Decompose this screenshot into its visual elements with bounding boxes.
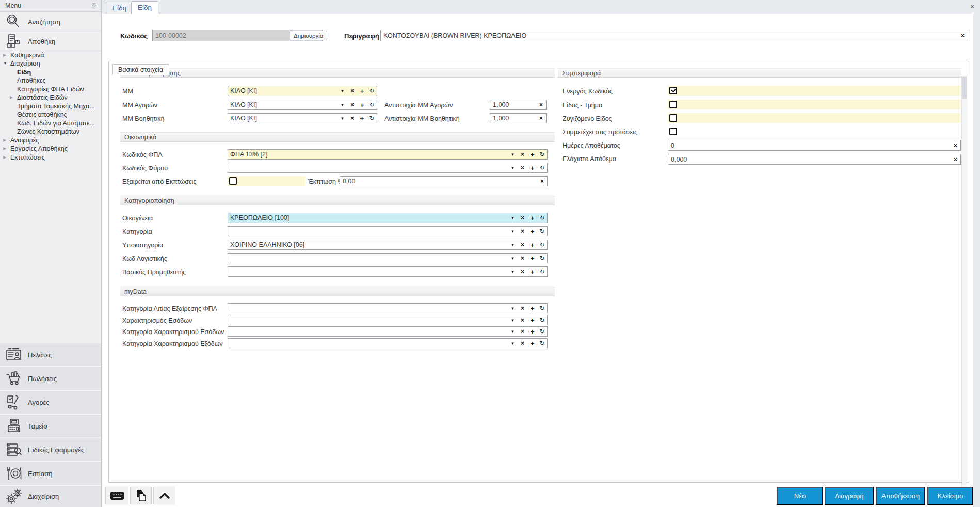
chevron-down-icon[interactable]: ▼ — [508, 270, 518, 274]
close-icon[interactable]: × — [969, 3, 976, 10]
sidebar-module-purchases[interactable]: Αγορές — [0, 390, 101, 414]
clear-icon[interactable]: × — [347, 115, 357, 122]
active-code-checkbox[interactable] — [669, 87, 677, 94]
close-button[interactable]: Κλείσιμο — [927, 487, 973, 505]
tree-node-store-zones[interactable]: Ζώνες Καταστημάτων — [17, 128, 79, 135]
refresh-icon[interactable]: ↻ — [367, 101, 377, 108]
pin-icon[interactable] — [91, 3, 97, 9]
sidebar-item-warehouse[interactable]: Αποθήκη — [0, 32, 101, 51]
add-icon[interactable]: + — [527, 305, 537, 312]
scrollbar-thumb[interactable] — [962, 77, 967, 99]
mm-combobox[interactable]: ΚΙΛΟ [ΚΙ] ▼ × + ↻ — [228, 86, 377, 96]
new-button[interactable]: Νέο — [777, 487, 823, 505]
add-icon[interactable]: + — [357, 115, 367, 122]
add-icon[interactable]: + — [527, 164, 537, 172]
vertical-scrollbar[interactable] — [961, 76, 967, 496]
accounting-code-combobox[interactable]: ▼ × + ↻ — [228, 253, 548, 263]
refresh-icon[interactable]: ↻ — [537, 328, 547, 335]
chevron-down-icon[interactable]: ▼ — [508, 229, 518, 234]
refresh-icon[interactable]: ↻ — [537, 214, 547, 221]
clear-icon[interactable]: × — [951, 142, 960, 149]
document-tab-active[interactable]: Είδη — [131, 1, 158, 14]
excluded-discounts-checkbox[interactable] — [229, 177, 237, 185]
add-icon[interactable]: + — [527, 340, 537, 347]
stock-days-field[interactable]: 0 × — [668, 140, 961, 151]
item-department-checkbox[interactable] — [669, 101, 677, 108]
chevron-down-icon[interactable]: ▼ — [508, 243, 518, 247]
sidebar-module-restaurant[interactable]: Εστίαση — [0, 462, 101, 485]
delete-button[interactable]: Διαγραφή — [825, 487, 874, 505]
tree-node-storage-positions[interactable]: Θέσεις αποθήκης — [17, 111, 67, 118]
clear-icon[interactable]: × — [518, 328, 527, 335]
chevron-right-icon[interactable]: ▶ — [3, 146, 6, 151]
refresh-icon[interactable]: ↻ — [367, 87, 377, 94]
chevron-down-icon[interactable]: ▼ — [338, 89, 347, 93]
clear-icon[interactable]: × — [347, 101, 357, 108]
sidebar-module-customers[interactable]: Πελάτες — [0, 343, 101, 366]
tree-node-printouts[interactable]: ▶Εκτυπώσεις — [10, 154, 45, 161]
refresh-icon[interactable]: ↻ — [537, 316, 547, 324]
ratio-purchase-field[interactable]: 1,000 × — [490, 100, 547, 110]
refresh-icon[interactable]: ↻ — [537, 255, 547, 262]
clear-icon[interactable]: × — [537, 178, 547, 185]
refresh-icon[interactable]: ↻ — [537, 268, 547, 275]
clear-icon[interactable]: × — [536, 101, 546, 108]
sidebar-item-search[interactable]: Αναζήτηση — [0, 12, 101, 31]
clear-icon[interactable]: × — [518, 241, 527, 248]
tree-node-item-dimensions[interactable]: ▶Διαστάσεις Ειδών — [17, 94, 68, 101]
tax-code-combobox[interactable]: ▼ × + ↻ — [228, 163, 548, 173]
tree-node-auto-item-codes[interactable]: Κωδ. Ειδών για Αυτόματε... — [17, 120, 95, 127]
min-stock-field[interactable]: 0,000 × — [668, 154, 961, 165]
create-button[interactable]: Δημιουργία — [290, 31, 327, 40]
clear-icon[interactable]: × — [518, 255, 527, 262]
clear-icon[interactable]: × — [518, 228, 527, 235]
chevron-down-icon[interactable]: ▼ — [508, 341, 518, 346]
chevron-down-icon[interactable]: ▼ — [3, 61, 7, 66]
mm-purchase-combobox[interactable]: ΚΙΛΟ [ΚΙ] ▼ × + ↻ — [228, 100, 377, 110]
clear-icon[interactable]: × — [347, 87, 357, 94]
refresh-icon[interactable]: ↻ — [537, 228, 547, 235]
sidebar-module-cash[interactable]: Ταμείο — [0, 414, 101, 437]
income-class-category-combobox[interactable]: ▼ × + ↻ — [228, 326, 548, 337]
main-supplier-combobox[interactable]: ▼ × + ↻ — [228, 266, 548, 277]
clear-icon[interactable]: × — [518, 340, 527, 347]
keyboard-button[interactable] — [105, 487, 128, 504]
vat-exemption-combobox[interactable]: ▼ × + ↻ — [228, 303, 548, 313]
refresh-icon[interactable]: ↻ — [537, 340, 547, 347]
chevron-down-icon[interactable]: ▼ — [338, 103, 347, 107]
chevron-down-icon[interactable]: ▼ — [508, 306, 518, 311]
discount-field[interactable]: 0,00 × — [340, 176, 548, 186]
ratio-aux-field[interactable]: 1,000 × — [490, 113, 547, 123]
chevron-down-icon[interactable]: ▼ — [338, 116, 347, 121]
tree-node-warehouse-jobs[interactable]: ▶Εργασίες Αποθήκης — [10, 145, 68, 152]
chevron-right-icon[interactable]: ▶ — [3, 53, 6, 57]
subcategory-combobox[interactable]: ΧΟΙΡΙΝΟ ΕΛΛΗΝΙΚΟ [06] ▼ × + ↻ — [228, 240, 548, 250]
add-icon[interactable]: + — [527, 151, 537, 159]
chevron-right-icon[interactable]: ▶ — [3, 155, 6, 160]
clear-icon[interactable]: × — [518, 316, 527, 324]
chevron-down-icon[interactable]: ▼ — [508, 152, 518, 157]
clear-icon[interactable]: × — [958, 32, 968, 39]
add-icon[interactable]: + — [357, 87, 367, 95]
clear-icon[interactable]: × — [536, 115, 546, 122]
document-tab[interactable]: Είδη — [106, 2, 133, 14]
clear-icon[interactable]: × — [518, 214, 527, 221]
chevron-right-icon[interactable]: ▶ — [3, 138, 6, 142]
add-icon[interactable]: + — [527, 268, 537, 276]
sidebar-module-sales[interactable]: Πωλήσεις — [0, 367, 101, 390]
collapse-button[interactable] — [153, 487, 175, 504]
tree-node-warehouses[interactable]: Αποθήκες — [17, 77, 46, 84]
tree-node-items-selected[interactable]: Είδη — [17, 69, 31, 76]
add-icon[interactable]: + — [527, 241, 537, 249]
clear-icon[interactable]: × — [951, 156, 960, 163]
chevron-down-icon[interactable]: ▼ — [508, 256, 518, 261]
add-icon[interactable]: + — [527, 328, 537, 336]
form-tab-basic[interactable]: Βασικά στοιχεία — [112, 64, 169, 75]
add-icon[interactable]: + — [527, 228, 537, 235]
mm-aux-combobox[interactable]: ΚΙΛΟ [ΚΙ] ▼ × + ↻ — [228, 113, 377, 123]
category-combobox[interactable]: ▼ × + ↻ — [228, 226, 548, 236]
refresh-icon[interactable]: ↻ — [537, 151, 547, 158]
chevron-right-icon[interactable]: ▶ — [10, 95, 13, 100]
add-icon[interactable]: + — [527, 255, 537, 262]
weighed-item-checkbox[interactable] — [669, 114, 677, 122]
